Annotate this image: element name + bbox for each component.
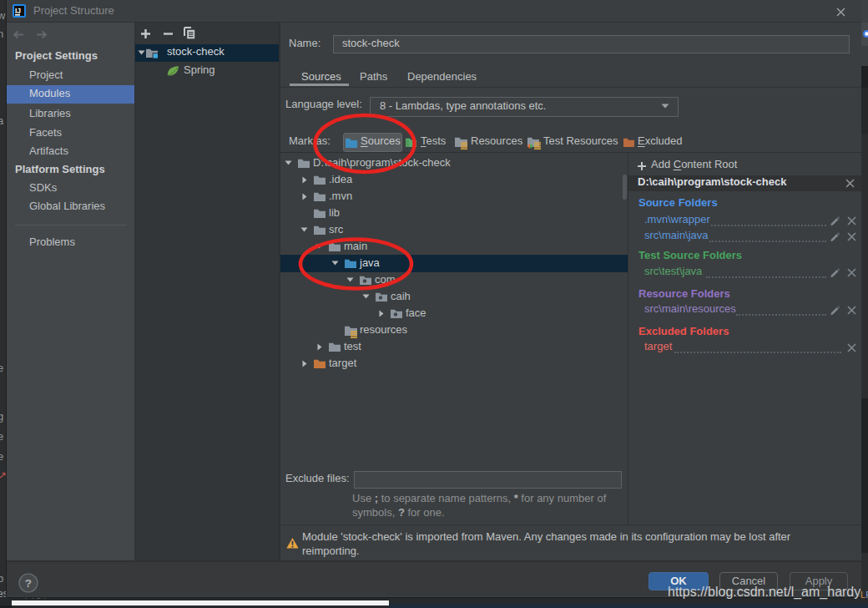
svg-text:IJ: IJ (15, 7, 21, 15)
svg-text:?: ? (25, 577, 32, 590)
